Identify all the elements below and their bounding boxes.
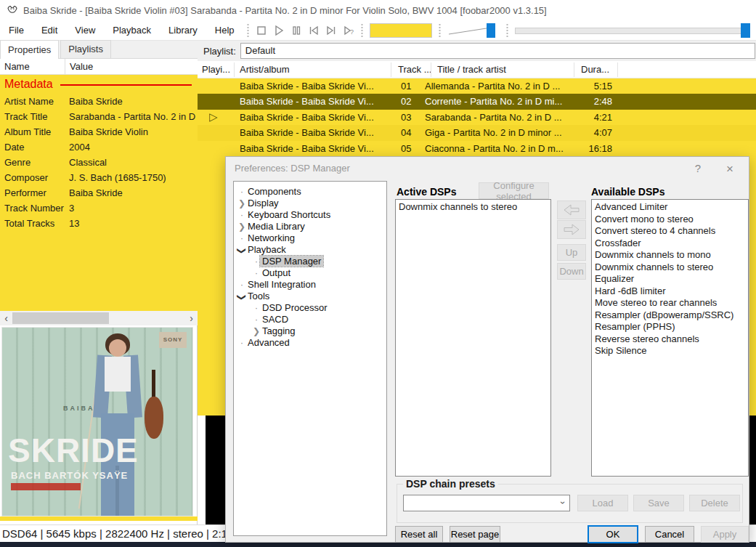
- next-button[interactable]: [322, 22, 340, 39]
- chevron-expanded-icon[interactable]: ❯: [236, 293, 248, 301]
- available-dsp-item[interactable]: Resampler (dBpoweramp/SSRC): [595, 309, 748, 322]
- property-row[interactable]: GenreClassical: [0, 155, 198, 170]
- tree-item-components[interactable]: ·Components: [234, 186, 386, 198]
- tree-item-label[interactable]: Display: [245, 198, 281, 208]
- chevron-collapsed-icon[interactable]: ❯: [238, 221, 245, 232]
- active-dsp-item[interactable]: Downmix channels to stereo: [399, 201, 550, 214]
- tree-item-media-library[interactable]: ❯Media Library: [234, 221, 386, 232]
- seekbar[interactable]: [515, 23, 752, 39]
- available-dsp-item[interactable]: Advanced Limiter: [595, 201, 748, 214]
- menu-view[interactable]: View: [66, 20, 104, 41]
- available-dsp-item[interactable]: Downmix channels to stereo: [595, 262, 748, 274]
- chevron-collapsed-icon[interactable]: ❯: [253, 325, 260, 337]
- delete-button[interactable]: Delete: [689, 495, 740, 511]
- property-row[interactable]: Total Tracks13: [0, 216, 198, 231]
- tree-item-label[interactable]: Media Library: [245, 221, 307, 232]
- tree-item-tagging[interactable]: ❯Tagging: [234, 325, 386, 337]
- close-icon[interactable]: ×: [721, 162, 739, 177]
- tree-item-dsd-processor[interactable]: ·DSD Processor: [234, 302, 386, 314]
- horizontal-scrollbar[interactable]: ‹ ›: [0, 311, 198, 325]
- save-button[interactable]: Save: [633, 495, 684, 511]
- scrollbar-thumb[interactable]: [12, 312, 109, 324]
- playlist-dropdown[interactable]: Default: [240, 43, 755, 59]
- column-value[interactable]: Value: [65, 59, 93, 74]
- available-dsps-list[interactable]: Advanced LimiterConvert mono to stereoCo…: [591, 199, 749, 477]
- apply-button[interactable]: Apply: [701, 526, 749, 543]
- tree-item-label[interactable]: Advanced: [245, 337, 292, 348]
- property-row[interactable]: Track TitleSarabanda - Partita No. 2 in …: [0, 109, 198, 124]
- tree-item-keyboard-shortcuts[interactable]: ·Keyboard Shortcuts: [234, 209, 386, 221]
- tree-item-networking[interactable]: ·Networking: [234, 232, 386, 244]
- tree-item-shell-integration[interactable]: ·Shell Integration: [234, 279, 386, 291]
- play-button[interactable]: [270, 22, 288, 39]
- column-artist-album[interactable]: Artist/album: [240, 64, 290, 75]
- column-duration[interactable]: Dura...: [581, 64, 609, 75]
- menu-file[interactable]: File: [0, 20, 33, 41]
- table-row[interactable]: Baiba Skride - Baiba Skride Vi...01Allem…: [198, 78, 756, 94]
- spectrum-display[interactable]: [370, 23, 432, 38]
- down-button[interactable]: Down: [557, 263, 586, 280]
- cancel-button[interactable]: Cancel: [645, 526, 694, 543]
- available-dsp-item[interactable]: Move stereo to rear channels: [595, 297, 748, 309]
- chevron-expanded-icon[interactable]: ❯: [236, 247, 248, 254]
- move-to-active-button[interactable]: [557, 200, 586, 219]
- playlist-column-header[interactable]: Playi... Artist/album Track ... Title / …: [198, 61, 756, 78]
- seekbar-track[interactable]: [515, 28, 749, 34]
- tree-item-display[interactable]: ❯Display: [234, 198, 386, 209]
- column-track[interactable]: Track ...: [398, 64, 431, 75]
- menu-library[interactable]: Library: [160, 20, 206, 41]
- tree-item-label[interactable]: Networking: [245, 232, 297, 243]
- configure-selected-button[interactable]: Configure selected: [479, 182, 549, 199]
- dialog-title-bar[interactable]: Preferences: DSP Manager ? ×: [226, 157, 749, 179]
- reset-all-button[interactable]: Reset all: [395, 526, 443, 543]
- volume-slider-handle[interactable]: [487, 23, 495, 38]
- scroll-left-arrow[interactable]: ‹: [0, 311, 12, 325]
- tree-item-label[interactable]: Components: [245, 186, 304, 197]
- column-name[interactable]: Name: [0, 59, 65, 74]
- table-row[interactable]: Baiba Skride - Baiba Skride Vi...04Giga …: [198, 125, 756, 140]
- tree-item-label[interactable]: DSD Processor: [260, 302, 330, 313]
- available-dsp-item[interactable]: Convert stereo to 4 channels: [595, 225, 748, 238]
- tab-properties[interactable]: Properties: [0, 40, 59, 59]
- help-icon[interactable]: ?: [689, 162, 707, 174]
- random-button[interactable]: ?: [340, 22, 357, 39]
- available-dsp-item[interactable]: Skip Silence: [595, 345, 748, 357]
- table-row[interactable]: Baiba Skride - Baiba Skride Vi...02Corre…: [198, 94, 756, 109]
- reset-page-button[interactable]: Reset page: [450, 526, 500, 543]
- table-row[interactable]: Baiba Skride - Baiba Skride Vi...05Ciaco…: [198, 141, 756, 156]
- tree-item-output[interactable]: ·Output: [234, 267, 386, 279]
- tree-item-label[interactable]: Keyboard Shortcuts: [245, 209, 333, 220]
- stop-button[interactable]: [253, 22, 270, 39]
- ok-button[interactable]: OK: [588, 525, 638, 543]
- previous-button[interactable]: [305, 22, 322, 39]
- up-button[interactable]: Up: [557, 244, 586, 261]
- available-dsp-item[interactable]: Downmix channels to mono: [595, 249, 748, 262]
- available-dsp-item[interactable]: Resampler (PPHS): [595, 321, 748, 333]
- tree-item-label[interactable]: Tagging: [260, 325, 298, 336]
- load-button[interactable]: Load: [577, 495, 628, 511]
- seekbar-handle[interactable]: [741, 23, 750, 38]
- pause-button[interactable]: [288, 22, 305, 39]
- move-to-available-button[interactable]: [557, 220, 586, 239]
- active-dsps-list[interactable]: Downmix channels to stereo: [395, 199, 551, 477]
- property-row[interactable]: Artist NameBaiba Skride: [0, 94, 198, 109]
- preset-combo[interactable]: ›: [403, 495, 570, 511]
- tree-item-playback[interactable]: ❯Playback: [234, 244, 386, 256]
- tree-item-tools[interactable]: ❯Tools: [234, 291, 386, 302]
- tab-playlists[interactable]: Playlists: [60, 40, 111, 58]
- tree-item-label[interactable]: Output: [260, 267, 293, 278]
- scroll-right-arrow[interactable]: ›: [185, 311, 198, 325]
- properties-column-header[interactable]: Name Value: [0, 59, 198, 75]
- available-dsp-item[interactable]: Equalizer: [595, 273, 748, 285]
- available-dsp-item[interactable]: Reverse stereo channels: [595, 333, 748, 346]
- tree-item-label[interactable]: SACD: [260, 314, 290, 325]
- tree-item-dsp-manager[interactable]: ·DSP Manager: [234, 256, 386, 267]
- property-row[interactable]: Date2004: [0, 139, 198, 155]
- table-row[interactable]: ▷Baiba Skride - Baiba Skride Vi...03Sara…: [198, 110, 756, 125]
- tree-item-label[interactable]: DSP Manager: [260, 256, 323, 267]
- volume-slider[interactable]: [447, 23, 500, 39]
- tree-item-label[interactable]: Shell Integration: [245, 279, 318, 290]
- property-row[interactable]: Track Number3: [0, 200, 198, 216]
- available-dsp-item[interactable]: Crossfader: [595, 238, 748, 250]
- tree-item-sacd[interactable]: ·SACD: [234, 314, 386, 325]
